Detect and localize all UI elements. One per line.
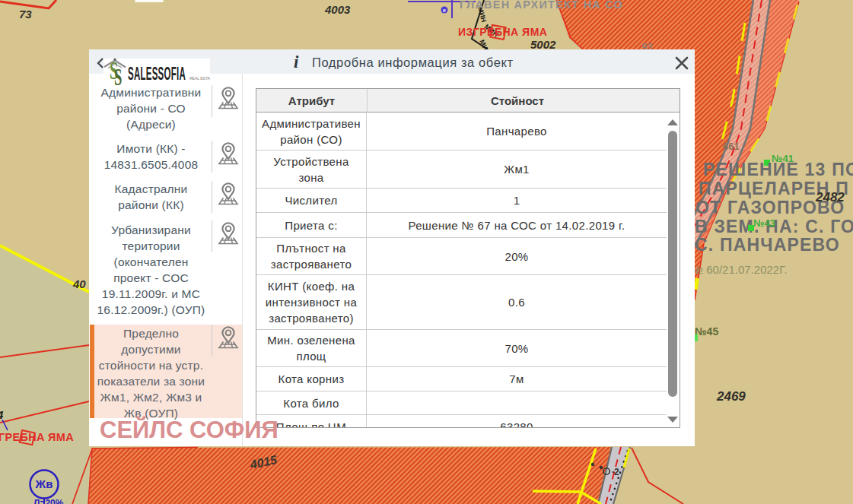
svg-text:e: e [443, 8, 446, 13]
svg-text:№45: №45 [695, 325, 718, 338]
svg-text:2482: 2482 [815, 190, 845, 204]
svg-text:REAL ESTATE: REAL ESTATE [189, 76, 210, 81]
svg-text:SALESSOFIA: SALESSOFIA [128, 65, 186, 84]
svg-text:2: 2 [614, 467, 619, 477]
svg-text:2469: 2469 [716, 389, 746, 404]
svg-text:661: 661 [723, 141, 740, 152]
svg-text:4003: 4003 [324, 3, 351, 16]
svg-text:ГРЕБНА ЯМА: ГРЕБНА ЯМА [0, 431, 74, 443]
svg-text:ИЗГРЕБНА ЯМА: ИЗГРЕБНА ЯМА [458, 26, 547, 38]
svg-text:73: 73 [19, 8, 32, 21]
svg-text:ГЛАВЕН АРХИТЕКТ НА СО: ГЛАВЕН АРХИТЕКТ НА СО [460, 0, 623, 11]
svg-text:S: S [114, 64, 122, 88]
svg-text:4: 4 [0, 408, 4, 421]
svg-text:С. ПАНЧАРЕВО: С. ПАНЧАРЕВО [695, 235, 840, 255]
svg-text:Л=20%: Л=20% [33, 498, 64, 504]
svg-text:40: 40 [72, 277, 86, 290]
svg-text:№ 60/21.07.2022Г.: № 60/21.07.2022Г. [691, 263, 788, 276]
svg-text:№43: №43 [753, 217, 775, 229]
svg-text:РЕШЕНИЕ 13 ПО: РЕШЕНИЕ 13 ПО [703, 160, 853, 179]
svg-text:Жв: Жв [35, 477, 53, 490]
